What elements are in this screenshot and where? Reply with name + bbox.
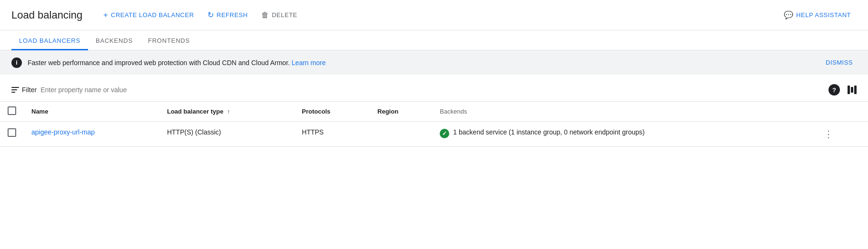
lb-name-link[interactable]: apigee-proxy-url-map	[31, 128, 95, 136]
protocols-column-header: Protocols	[294, 102, 370, 122]
tab-backends[interactable]: BACKENDS	[88, 30, 140, 50]
filter-right-controls: ?	[829, 84, 857, 96]
filter-input[interactable]	[40, 86, 825, 94]
header-actions: + CREATE LOAD BALANCER ↻ REFRESH 🗑 DELET…	[98, 8, 766, 22]
backend-ok-icon	[440, 129, 449, 138]
filter-icon-group: Filter	[11, 86, 37, 94]
protocols-cell: HTTPS	[294, 122, 370, 147]
page-header: Load balancing + CREATE LOAD BALANCER ↻ …	[0, 0, 868, 30]
backends-cell: 1 backend service (1 instance group, 0 n…	[432, 122, 812, 147]
refresh-icon: ↻	[207, 10, 214, 19]
dismiss-button[interactable]: DISMISS	[822, 57, 857, 68]
filter-label: Filter	[22, 86, 37, 94]
select-all-checkbox[interactable]	[8, 106, 16, 115]
row-checkbox[interactable]	[8, 128, 16, 137]
plus-icon: +	[103, 11, 108, 19]
sort-icon: ↑	[227, 108, 230, 115]
delete-button[interactable]: 🗑 DELETE	[256, 8, 303, 22]
tab-bar: LOAD BALANCERS BACKENDS FRONTENDS	[0, 30, 868, 50]
filter-bar: Filter ?	[0, 78, 868, 102]
backends-column-header: Backends	[432, 102, 812, 122]
filter-help-button[interactable]: ?	[829, 84, 840, 96]
refresh-button[interactable]: ↻ REFRESH	[202, 8, 254, 22]
name-cell: apigee-proxy-url-map	[24, 122, 159, 147]
row-more-button[interactable]: ⋮	[820, 129, 837, 139]
info-icon: i	[11, 57, 22, 68]
filter-lines-icon	[11, 87, 19, 93]
lb-type-cell: HTTP(S) (Classic)	[159, 122, 294, 147]
delete-icon: 🗑	[261, 11, 269, 19]
backend-status: 1 backend service (1 instance group, 0 n…	[440, 128, 804, 138]
lb-type-column-header[interactable]: Load balancer type ↑	[159, 102, 294, 122]
help-assistant-area: 💬 HELP ASSISTANT	[778, 8, 857, 22]
help-assistant-button[interactable]: 💬 HELP ASSISTANT	[778, 8, 857, 22]
name-column-header: Name	[24, 102, 159, 122]
row-checkbox-cell	[0, 122, 24, 147]
table-header-row: Name Load balancer type ↑ Protocols Regi…	[0, 102, 868, 122]
table-row: apigee-proxy-url-map HTTP(S) (Classic) H…	[0, 122, 868, 147]
load-balancers-table: Name Load balancer type ↑ Protocols Regi…	[0, 102, 868, 147]
region-column-header: Region	[370, 102, 432, 122]
region-cell	[370, 122, 432, 147]
actions-col-header	[812, 102, 868, 122]
info-banner: i Faster web performance and improved we…	[0, 50, 868, 75]
select-all-col	[0, 102, 24, 122]
create-load-balancer-button[interactable]: + CREATE LOAD BALANCER	[98, 8, 199, 22]
tab-frontends[interactable]: FRONTENDS	[140, 30, 197, 50]
tab-load-balancers[interactable]: LOAD BALANCERS	[11, 30, 88, 50]
help-assistant-icon: 💬	[784, 10, 794, 19]
learn-more-link[interactable]: Learn more	[292, 59, 326, 67]
row-actions-cell: ⋮	[812, 122, 868, 147]
banner-text: Faster web performance and improved web …	[28, 59, 816, 67]
column-toggle-button[interactable]	[848, 86, 857, 94]
page-title: Load balancing	[11, 9, 82, 21]
